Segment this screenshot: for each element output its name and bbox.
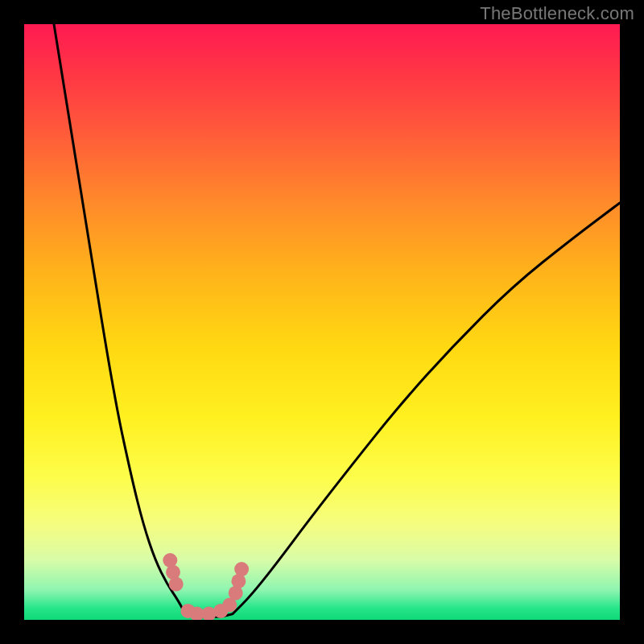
chart-frame: TheBottleneck.com (0, 0, 644, 644)
curve-line (54, 24, 620, 617)
chart-plot-area (24, 24, 620, 620)
bottleneck-curve (24, 24, 620, 620)
watermark-text: TheBottleneck.com (480, 3, 634, 24)
curve-marker-dot (234, 562, 249, 576)
curve-marker-dot (169, 577, 184, 592)
